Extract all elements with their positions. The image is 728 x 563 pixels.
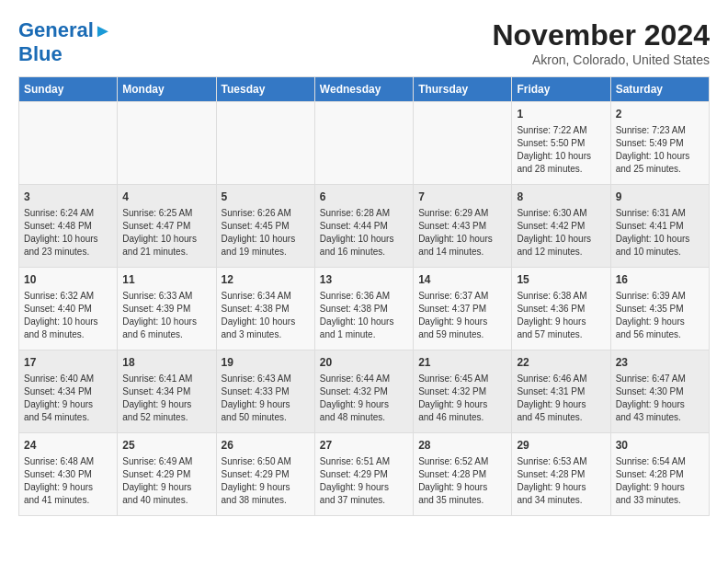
calendar-cell: 27Sunrise: 6:51 AM Sunset: 4:29 PM Dayli…: [314, 433, 413, 516]
day-info: Sunrise: 6:24 AM Sunset: 4:48 PM Dayligh…: [24, 207, 112, 259]
day-info: Sunrise: 6:33 AM Sunset: 4:39 PM Dayligh…: [122, 290, 210, 341]
day-number: 4: [122, 190, 210, 205]
day-number: 16: [616, 272, 704, 288]
calendar-cell: 25Sunrise: 6:49 AM Sunset: 4:29 PM Dayli…: [118, 433, 216, 516]
day-info: Sunrise: 6:47 AM Sunset: 4:30 PM Dayligh…: [616, 373, 704, 424]
calendar-week-row: 1Sunrise: 7:22 AM Sunset: 5:50 PM Daylig…: [19, 102, 710, 185]
title-area: November 2024 Akron, Colorado, United St…: [492, 18, 710, 67]
day-number: 6: [320, 190, 408, 205]
day-info: Sunrise: 6:54 AM Sunset: 4:28 PM Dayligh…: [616, 455, 704, 507]
day-number: 26: [222, 438, 310, 454]
calendar-cell: 18Sunrise: 6:41 AM Sunset: 4:34 PM Dayli…: [118, 350, 216, 433]
day-info: Sunrise: 6:30 AM Sunset: 4:42 PM Dayligh…: [517, 207, 605, 259]
day-info: Sunrise: 6:45 AM Sunset: 4:32 PM Dayligh…: [418, 373, 506, 424]
day-info: Sunrise: 6:43 AM Sunset: 4:33 PM Dayligh…: [222, 373, 310, 424]
calendar-cell: [216, 102, 314, 185]
weekday-header: Wednesday: [314, 77, 413, 102]
day-info: Sunrise: 6:44 AM Sunset: 4:32 PM Dayligh…: [320, 373, 408, 424]
calendar-cell: 1Sunrise: 7:22 AM Sunset: 5:50 PM Daylig…: [512, 102, 610, 185]
logo: General► Blue: [18, 18, 112, 66]
calendar-cell: 21Sunrise: 6:45 AM Sunset: 4:32 PM Dayli…: [414, 350, 512, 433]
calendar-week-row: 24Sunrise: 6:48 AM Sunset: 4:30 PM Dayli…: [19, 433, 710, 516]
day-info: Sunrise: 6:46 AM Sunset: 4:31 PM Dayligh…: [517, 373, 605, 424]
calendar-cell: 13Sunrise: 6:36 AM Sunset: 4:38 PM Dayli…: [314, 268, 413, 350]
day-number: 23: [616, 355, 704, 371]
day-info: Sunrise: 6:53 AM Sunset: 4:28 PM Dayligh…: [517, 455, 605, 507]
day-number: 17: [24, 355, 112, 371]
day-number: 29: [517, 438, 605, 454]
page-subtitle: Akron, Colorado, United States: [492, 52, 710, 67]
calendar-cell: 20Sunrise: 6:44 AM Sunset: 4:32 PM Dayli…: [314, 350, 413, 433]
day-number: 10: [24, 272, 112, 288]
calendar-cell: [314, 102, 413, 185]
day-number: 2: [616, 107, 704, 122]
calendar-cell: 9Sunrise: 6:31 AM Sunset: 4:41 PM Daylig…: [610, 185, 709, 268]
calendar-cell: 12Sunrise: 6:34 AM Sunset: 4:38 PM Dayli…: [216, 268, 314, 350]
calendar-cell: 26Sunrise: 6:50 AM Sunset: 4:29 PM Dayli…: [216, 433, 314, 516]
day-number: 18: [122, 355, 210, 371]
day-info: Sunrise: 6:26 AM Sunset: 4:45 PM Dayligh…: [222, 207, 310, 259]
day-number: 5: [222, 190, 310, 205]
calendar-cell: 16Sunrise: 6:39 AM Sunset: 4:35 PM Dayli…: [610, 268, 709, 350]
calendar-cell: 8Sunrise: 6:30 AM Sunset: 4:42 PM Daylig…: [512, 185, 610, 268]
day-number: 21: [418, 355, 506, 371]
calendar-cell: 22Sunrise: 6:46 AM Sunset: 4:31 PM Dayli…: [512, 350, 610, 433]
weekday-header-row: SundayMondayTuesdayWednesdayThursdayFrid…: [19, 77, 710, 102]
day-info: Sunrise: 6:41 AM Sunset: 4:34 PM Dayligh…: [122, 373, 210, 424]
calendar-cell: 4Sunrise: 6:25 AM Sunset: 4:47 PM Daylig…: [118, 185, 216, 268]
day-info: Sunrise: 7:22 AM Sunset: 5:50 PM Dayligh…: [517, 124, 605, 176]
day-number: 8: [517, 190, 605, 205]
weekday-header: Thursday: [414, 77, 512, 102]
day-info: Sunrise: 6:38 AM Sunset: 4:36 PM Dayligh…: [517, 290, 605, 341]
day-info: Sunrise: 7:23 AM Sunset: 5:49 PM Dayligh…: [616, 124, 704, 176]
day-number: 22: [517, 355, 605, 371]
calendar-cell: 10Sunrise: 6:32 AM Sunset: 4:40 PM Dayli…: [19, 268, 118, 350]
calendar-cell: 2Sunrise: 7:23 AM Sunset: 5:49 PM Daylig…: [610, 102, 709, 185]
day-number: 24: [24, 438, 112, 454]
day-info: Sunrise: 6:34 AM Sunset: 4:38 PM Dayligh…: [222, 290, 310, 341]
calendar-cell: 19Sunrise: 6:43 AM Sunset: 4:33 PM Dayli…: [216, 350, 314, 433]
day-number: 30: [616, 438, 704, 454]
day-number: 27: [320, 438, 408, 454]
day-number: 25: [122, 438, 210, 454]
day-info: Sunrise: 6:52 AM Sunset: 4:28 PM Dayligh…: [418, 455, 506, 507]
day-number: 1: [517, 107, 605, 122]
calendar-cell: [414, 102, 512, 185]
day-number: 20: [320, 355, 408, 371]
logo-text: General►: [18, 18, 112, 42]
day-number: 3: [24, 190, 112, 205]
calendar-cell: 28Sunrise: 6:52 AM Sunset: 4:28 PM Dayli…: [414, 433, 512, 516]
calendar-week-row: 3Sunrise: 6:24 AM Sunset: 4:48 PM Daylig…: [19, 185, 710, 268]
day-number: 13: [320, 272, 408, 288]
day-info: Sunrise: 6:29 AM Sunset: 4:43 PM Dayligh…: [418, 207, 506, 259]
calendar-cell: 15Sunrise: 6:38 AM Sunset: 4:36 PM Dayli…: [512, 268, 610, 350]
day-info: Sunrise: 6:37 AM Sunset: 4:37 PM Dayligh…: [418, 290, 506, 341]
calendar-cell: [118, 102, 216, 185]
calendar-cell: 7Sunrise: 6:29 AM Sunset: 4:43 PM Daylig…: [414, 185, 512, 268]
day-number: 15: [517, 272, 605, 288]
weekday-header: Tuesday: [216, 77, 314, 102]
day-number: 14: [418, 272, 506, 288]
day-info: Sunrise: 6:48 AM Sunset: 4:30 PM Dayligh…: [24, 455, 112, 507]
day-number: 11: [122, 272, 210, 288]
calendar-cell: 6Sunrise: 6:28 AM Sunset: 4:44 PM Daylig…: [314, 185, 413, 268]
calendar-cell: 3Sunrise: 6:24 AM Sunset: 4:48 PM Daylig…: [19, 185, 118, 268]
calendar-week-row: 10Sunrise: 6:32 AM Sunset: 4:40 PM Dayli…: [19, 268, 710, 350]
calendar-cell: 23Sunrise: 6:47 AM Sunset: 4:30 PM Dayli…: [610, 350, 709, 433]
day-info: Sunrise: 6:39 AM Sunset: 4:35 PM Dayligh…: [616, 290, 704, 341]
weekday-header: Sunday: [19, 77, 118, 102]
weekday-header: Saturday: [610, 77, 709, 102]
calendar-cell: 5Sunrise: 6:26 AM Sunset: 4:45 PM Daylig…: [216, 185, 314, 268]
calendar-table: SundayMondayTuesdayWednesdayThursdayFrid…: [18, 76, 710, 516]
calendar-cell: 29Sunrise: 6:53 AM Sunset: 4:28 PM Dayli…: [512, 433, 610, 516]
day-number: 9: [616, 190, 704, 205]
calendar-cell: 11Sunrise: 6:33 AM Sunset: 4:39 PM Dayli…: [118, 268, 216, 350]
day-info: Sunrise: 6:51 AM Sunset: 4:29 PM Dayligh…: [320, 455, 408, 507]
day-info: Sunrise: 6:25 AM Sunset: 4:47 PM Dayligh…: [122, 207, 210, 259]
calendar-cell: 24Sunrise: 6:48 AM Sunset: 4:30 PM Dayli…: [19, 433, 118, 516]
day-info: Sunrise: 6:36 AM Sunset: 4:38 PM Dayligh…: [320, 290, 408, 341]
day-number: 12: [222, 272, 310, 288]
day-info: Sunrise: 6:50 AM Sunset: 4:29 PM Dayligh…: [222, 455, 310, 507]
calendar-cell: [19, 102, 118, 185]
day-info: Sunrise: 6:49 AM Sunset: 4:29 PM Dayligh…: [122, 455, 210, 507]
